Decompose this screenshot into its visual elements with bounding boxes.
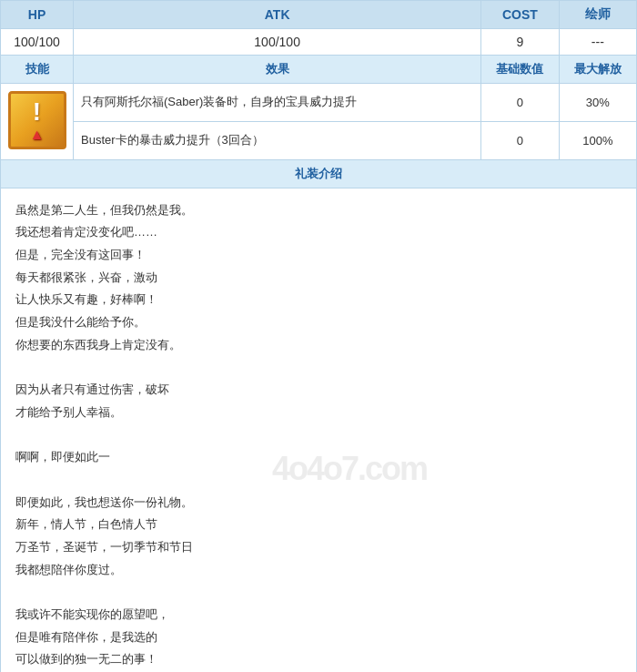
intro-line: [15, 581, 622, 604]
hp-header: HP: [1, 1, 74, 29]
intro-line: 但是，完全没有这回事！: [15, 244, 622, 267]
intro-header: 礼装介绍: [1, 159, 637, 188]
intro-line: [15, 356, 622, 379]
intro-line: 新年，情人节，白色情人节: [15, 514, 622, 536]
skill-effect-2: Buster卡的暴击威力提升（3回合）: [74, 121, 481, 159]
skill-col1-header: 技能: [1, 56, 74, 84]
intro-line: [15, 469, 622, 492]
intro-line: 每天都很紧张，兴奋，激动: [15, 267, 622, 290]
artist-header: 绘师: [559, 1, 636, 29]
skill-effect-1: 只有阿斯托尔福(Saber)装备时，自身的宝具威力提升: [74, 84, 481, 122]
intro-line: 啊啊，即便如此一: [15, 446, 622, 469]
intro-line: 你想要的东西我身上肯定没有。: [15, 334, 622, 357]
skill-base-2: 0: [481, 121, 559, 159]
artist-value: ---: [559, 29, 636, 56]
cost-header: COST: [481, 1, 559, 29]
intro-line: 虽然是第二人生，但我仍然是我。: [15, 199, 622, 222]
intro-line: 因为从者只有通过伤害，破坏: [15, 379, 622, 402]
skill-col4-header: 最大解放: [559, 56, 636, 84]
intro-line: 我都想陪伴你度过。: [15, 559, 622, 582]
skill-max-1: 30%: [559, 84, 636, 122]
intro-line: 可以做到的独一无二的事！: [15, 648, 622, 671]
intro-line: 我或许不能实现你的愿望吧，: [15, 604, 622, 626]
atk-value: 100/100: [74, 29, 481, 56]
atk-header: ATK: [74, 1, 481, 29]
intro-line: [15, 423, 622, 446]
intro-line: 即便如此，我也想送你一份礼物。: [15, 492, 622, 514]
skill-col3-header: 基础数值: [481, 56, 559, 84]
intro-section: 4o4o7.com 虽然是第二人生，但我仍然是我。我还想着肯定没变化吧……但是，…: [0, 188, 637, 672]
skill-icon-cell: [1, 84, 74, 160]
intro-line: 我还想着肯定没变化吧……: [15, 221, 622, 244]
intro-line: 让人快乐又有趣，好棒啊！: [15, 289, 622, 311]
skill-col2-header: 效果: [74, 56, 481, 84]
cost-value: 9: [481, 29, 559, 56]
skill-icon: [8, 91, 66, 149]
intro-line: 但是唯有陪伴你，是我选的: [15, 626, 622, 649]
skill-base-1: 0: [481, 84, 559, 122]
intro-text: 虽然是第二人生，但我仍然是我。我还想着肯定没变化吧……但是，完全没有这回事！每天…: [15, 199, 622, 672]
intro-line: 万圣节，圣诞节，一切季节和节日: [15, 536, 622, 559]
intro-line: 才能给予别人幸福。: [15, 402, 622, 424]
intro-line: 但是我没什么能给予你。: [15, 311, 622, 334]
skill-max-2: 100%: [559, 121, 636, 159]
hp-value: 100/100: [1, 29, 74, 56]
